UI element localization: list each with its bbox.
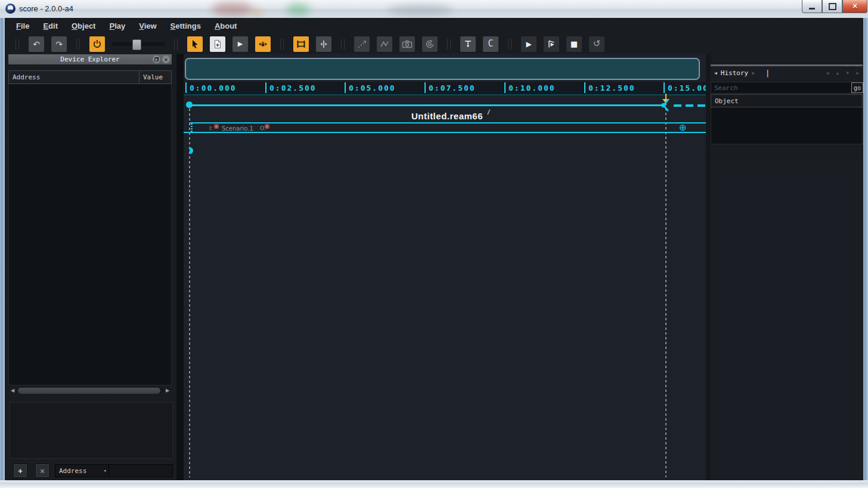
device-explorer-tree[interactable]	[8, 84, 172, 385]
device-explorer-hscrollbar[interactable]: ◀ ▶	[8, 387, 172, 395]
toolbar: ↶ ↷ ▶	[5, 34, 863, 54]
canvas-right-gap	[706, 54, 711, 480]
scale-mode-button[interactable]	[293, 36, 309, 52]
root-interval-line[interactable]	[190, 104, 663, 106]
insert-interval-button[interactable]	[460, 36, 476, 52]
lock-tool-button[interactable]	[255, 36, 271, 52]
dock-splitter[interactable]	[176, 54, 184, 480]
close-button[interactable]: ✕	[842, 0, 867, 13]
history-forward-icon[interactable]: ▶	[748, 70, 758, 76]
toolbar-separator	[447, 39, 451, 50]
curve-tool-button[interactable]	[377, 36, 392, 52]
redo-button[interactable]: ↷	[51, 36, 67, 52]
scroll-right-icon[interactable]: ▶	[163, 387, 172, 395]
volume-slider[interactable]	[112, 42, 165, 46]
scrollbar-track[interactable]	[17, 388, 163, 394]
window-title: score - 2.0.0-a4	[19, 4, 73, 13]
glass-artifact	[212, 2, 253, 16]
time-marker[interactable]	[665, 94, 666, 99]
scenario-bottom-border[interactable]	[184, 132, 706, 133]
scenario-output-state-icon[interactable]	[265, 124, 269, 129]
float-panel-button[interactable]	[153, 55, 160, 63]
close-panel-button[interactable]: ×	[162, 55, 170, 63]
scenario-input-state-icon[interactable]	[214, 124, 219, 129]
window-controls: ✕	[802, 0, 867, 13]
menu-about[interactable]: About	[209, 20, 243, 32]
add-state-icon[interactable]: ⊕	[679, 123, 687, 132]
stop-button[interactable]: ■	[566, 36, 582, 52]
address-mode-combo[interactable]: Address ▾	[55, 464, 111, 477]
column-header-address[interactable]: Address	[9, 71, 140, 84]
remove-icon: ×	[40, 467, 45, 475]
toolbar-separator	[16, 39, 19, 50]
interval-start-state[interactable]	[186, 101, 193, 108]
search-input[interactable]	[711, 82, 855, 94]
device-explorer-titlebar[interactable]: Device Explorer ×	[8, 54, 172, 64]
reinitialize-button[interactable]: ↺	[589, 36, 604, 52]
camera-icon	[402, 40, 413, 48]
cursor-icon	[190, 39, 200, 49]
maximize-button[interactable]	[822, 0, 842, 13]
ruler-tick	[584, 82, 585, 93]
timeline-minimap[interactable]	[185, 58, 700, 80]
title-bar[interactable]: score - 2.0.0-a4 ✕	[0, 0, 868, 18]
interval-end-chevron-icon[interactable]	[661, 99, 669, 112]
address-input[interactable]	[108, 464, 173, 477]
toolbar-separator	[508, 39, 512, 50]
camera-refresh-button[interactable]	[422, 36, 438, 52]
split-mode-button[interactable]	[316, 36, 331, 52]
split-icon	[319, 40, 328, 48]
ruler-label: 0:10.000	[509, 84, 556, 92]
menu-file[interactable]: File	[11, 20, 35, 32]
search-go-button[interactable]: go	[851, 82, 863, 93]
add-device-button[interactable]: +	[13, 464, 27, 478]
camera-button[interactable]	[399, 36, 415, 52]
power-button[interactable]	[89, 36, 105, 52]
time-ruler[interactable]: 0:00.000 0:02.500 0:05.000 0:07.500 0:10…	[184, 82, 706, 95]
history-back-icon[interactable]: ◀	[711, 70, 721, 76]
app-logo-icon	[5, 4, 16, 14]
plus-icon: +	[18, 467, 23, 475]
ruler-tick	[424, 82, 426, 93]
nav-left-icon[interactable]: ◀	[823, 70, 833, 76]
menu-settings[interactable]: Settings	[165, 20, 206, 32]
transport-play-button[interactable]: ▶	[521, 36, 537, 52]
window-border-right	[863, 18, 868, 480]
camera-refresh-icon	[424, 39, 435, 49]
ruler-tick	[265, 82, 266, 93]
document-title[interactable]: Untitled.ream66	[334, 111, 560, 121]
object-list-header[interactable]: Object	[711, 94, 863, 107]
scrollbar-thumb[interactable]	[18, 388, 160, 394]
column-header-value[interactable]: Value	[140, 73, 171, 81]
scenario-top-border[interactable]	[190, 122, 706, 123]
menu-edit[interactable]: Edit	[38, 20, 63, 32]
select-tool-button[interactable]	[187, 36, 203, 52]
snapshot-arrow-button[interactable]	[354, 36, 370, 52]
nav-down-icon[interactable]: ▼	[842, 70, 852, 76]
frame-icon	[296, 40, 306, 48]
close-icon: ×	[165, 57, 168, 63]
undo-button[interactable]: ↶	[29, 36, 44, 52]
create-tool-button[interactable]	[210, 36, 225, 52]
minimize-icon	[809, 8, 815, 10]
object-list[interactable]	[711, 107, 863, 144]
nav-right-icon[interactable]: ▶	[852, 70, 863, 76]
nav-up-icon[interactable]: ▲	[833, 70, 843, 76]
menu-object[interactable]: Object	[66, 20, 101, 32]
play-tool-button[interactable]: ▶	[232, 36, 248, 52]
remove-device-button[interactable]: ×	[35, 464, 49, 478]
minimize-button[interactable]	[802, 0, 822, 13]
menu-play[interactable]: Play	[104, 20, 131, 32]
menu-view[interactable]: View	[134, 20, 162, 32]
scenario-label[interactable]: Scenario.1	[222, 125, 253, 132]
ruler-label: 0:05.000	[349, 84, 396, 92]
text-caret: |	[765, 69, 770, 78]
insert-interval-icon	[463, 39, 473, 49]
history-label: History	[721, 69, 748, 77]
play-from-start-button[interactable]	[544, 36, 559, 52]
application-window: score - 2.0.0-a4 ✕ File Edit Object Play…	[0, 0, 868, 488]
c-tool-button[interactable]: C	[483, 36, 498, 52]
slider-handle[interactable]	[132, 39, 141, 50]
scenario-handle-icon[interactable]	[191, 123, 193, 132]
scroll-left-icon[interactable]: ◀	[8, 387, 17, 395]
